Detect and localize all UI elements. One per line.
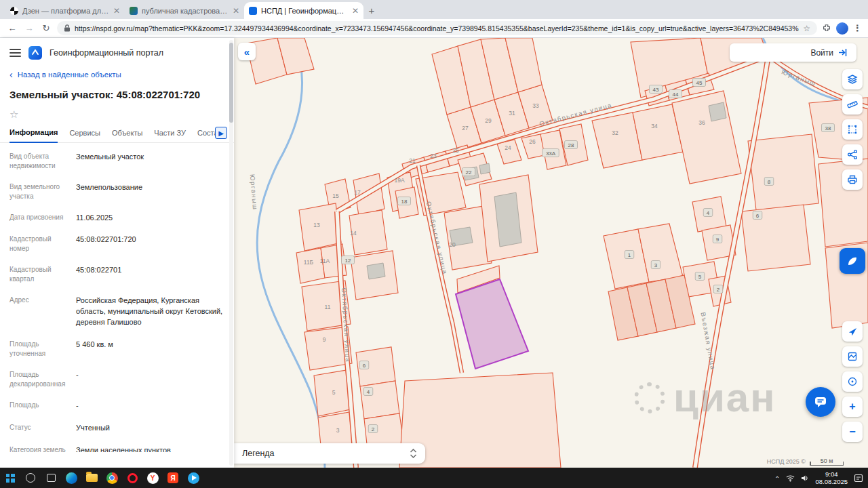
tab-services[interactable]: Сервисы xyxy=(69,129,100,142)
back-button[interactable]: ← xyxy=(6,23,18,33)
nspd-logo-icon xyxy=(28,46,42,60)
parcel-number-label: 28 xyxy=(568,142,574,148)
login-button[interactable]: Войти xyxy=(730,43,856,62)
building xyxy=(479,163,490,174)
my-location-button[interactable] xyxy=(842,321,863,342)
lock-icon xyxy=(64,24,71,32)
parcel[interactable] xyxy=(360,381,399,419)
profile-avatar[interactable] xyxy=(836,22,848,35)
zoom-out-button[interactable]: − xyxy=(842,422,863,442)
attributes-list: Вид объекта недвижимостиЗемельный участо… xyxy=(0,143,234,452)
tray-time: 9:04 xyxy=(815,470,848,478)
parcel[interactable] xyxy=(296,248,325,283)
taskbar-app-explorer[interactable] xyxy=(81,468,102,488)
action-center-icon[interactable] xyxy=(854,474,863,483)
login-arrow-icon xyxy=(838,48,848,57)
tab-parcel-parts[interactable]: Части ЗУ xyxy=(154,129,186,142)
tab-information[interactable]: Информация xyxy=(9,128,58,143)
print-button[interactable] xyxy=(842,169,863,190)
browser-menu-icon[interactable]: ⋮ xyxy=(853,23,862,33)
parcel[interactable] xyxy=(299,203,341,251)
favorite-star-icon[interactable]: ☆ xyxy=(0,102,234,123)
support-chat-button[interactable] xyxy=(806,387,835,417)
login-label: Войти xyxy=(810,48,833,58)
collapse-panel-button[interactable]: « xyxy=(238,43,256,60)
measure-button[interactable] xyxy=(842,94,863,115)
browser-tab-nspd[interactable]: НСПД | Геоинформационный п ✕ xyxy=(244,2,363,19)
taskbar-app-chrome[interactable] xyxy=(102,468,122,488)
tab-close-icon[interactable]: ✕ xyxy=(233,7,239,15)
tabs-scroll-next-button[interactable]: ▶ xyxy=(215,127,227,139)
tab-close-icon[interactable]: ✕ xyxy=(113,7,120,15)
tray-expand-icon[interactable]: ⌃ xyxy=(774,475,780,483)
taskbar-app-yandex-browser[interactable]: Y xyxy=(142,468,163,488)
taskbar-app-opera[interactable] xyxy=(122,468,142,488)
parcel-number-label: 14 xyxy=(350,230,357,237)
parcel-number-label: 23 xyxy=(430,152,437,159)
tray-date: 08.08.2025 xyxy=(815,478,848,485)
browser-tab-dzen[interactable]: Дзен — платформа для просмо ✕ xyxy=(5,2,125,19)
parcel-number-label: 21 xyxy=(409,157,416,164)
start-button[interactable] xyxy=(0,468,20,488)
selected-parcel[interactable] xyxy=(456,279,528,369)
layers-button[interactable] xyxy=(842,69,863,89)
portal-title: Геоинформационный портал xyxy=(50,48,163,58)
nspd-favicon xyxy=(249,7,257,15)
taskbar-app-edge[interactable] xyxy=(61,468,81,488)
search-button[interactable] xyxy=(20,468,41,488)
measure-area-button[interactable] xyxy=(842,119,863,140)
minimap-button[interactable] xyxy=(842,346,863,367)
field-row: Площадь- xyxy=(9,395,226,418)
parcel-number-label: 17 xyxy=(354,189,361,196)
taskbar-app-yandex[interactable]: Я xyxy=(163,468,183,488)
taskbar-app-telegram[interactable] xyxy=(183,468,203,488)
parcel[interactable] xyxy=(748,134,818,210)
extensions-icon[interactable] xyxy=(822,24,831,33)
info-panel: Геоинформационный портал ‹ Назад в найде… xyxy=(0,38,234,468)
parcel-number-label: 11Б xyxy=(304,259,314,266)
clock[interactable]: 9:04 08.08.2025 xyxy=(815,470,848,485)
file-explorer-icon xyxy=(86,474,98,482)
radius-tool-button[interactable] xyxy=(842,371,863,392)
parcel-number-label: 9 xyxy=(716,237,719,243)
field-row: АдресРоссийская Федерация, Курганская об… xyxy=(9,290,226,334)
legend-label: Легенда xyxy=(242,449,275,458)
new-tab-button[interactable]: + xyxy=(363,2,380,18)
browser-tab-pkk[interactable]: публичная кадастровая карта - ✕ xyxy=(125,2,244,19)
parcel-number-label: 13 xyxy=(313,222,320,228)
parcel[interactable] xyxy=(741,205,810,271)
share-button[interactable] xyxy=(842,144,863,165)
field-row: Дата присвоения11.06.2025 xyxy=(9,207,226,229)
parcel-number-label: 33 xyxy=(532,102,539,109)
address-bar[interactable]: https://nspd.gov.ru/map?thematic=PKK&zoo… xyxy=(57,21,817,35)
volume-icon[interactable] xyxy=(801,474,809,482)
minus-icon: − xyxy=(849,426,855,438)
map-toolbar-bottom: + − xyxy=(842,321,863,442)
field-row: СтатусУчтенный xyxy=(9,418,226,440)
scrollbar-thumb[interactable] xyxy=(229,43,233,123)
legend-bar[interactable]: Легенда xyxy=(234,443,425,464)
url-text: https://nspd.gov.ru/map?thematic=PKK&zoo… xyxy=(75,24,799,33)
bookmark-star-icon[interactable]: ☆ xyxy=(803,24,810,33)
tab-objects[interactable]: Объекты xyxy=(112,129,142,142)
forward-button[interactable]: → xyxy=(23,23,35,33)
network-icon[interactable] xyxy=(786,474,795,482)
parcel-number-label: 38 xyxy=(825,125,831,131)
zoom-in-button[interactable]: + xyxy=(842,396,863,417)
parcel-number-label: 9 xyxy=(323,336,326,343)
parcel-number-label: 19А xyxy=(394,177,404,184)
menu-icon[interactable] xyxy=(9,49,21,57)
tab-close-icon[interactable]: ✕ xyxy=(352,7,359,15)
cadastral-map[interactable]: 272931333821232522242633А283234364344451… xyxy=(234,38,868,468)
task-view-button[interactable] xyxy=(41,468,61,488)
building xyxy=(709,102,726,121)
parcel[interactable] xyxy=(672,91,741,184)
print-icon xyxy=(847,174,858,185)
page-title: Земельный участок: 45:08:022701:720 xyxy=(0,84,234,102)
active-tool-button[interactable] xyxy=(840,248,865,274)
panel-tabs: Информация Сервисы Объекты Части ЗУ Сост… xyxy=(0,123,234,143)
back-link[interactable]: ‹ Назад в найденные объекты xyxy=(0,65,234,84)
map-area[interactable]: 272931333821232522242633А283234364344451… xyxy=(234,38,868,468)
reload-button[interactable]: ↻ xyxy=(40,23,52,33)
panel-scrollbar[interactable] xyxy=(229,40,233,466)
